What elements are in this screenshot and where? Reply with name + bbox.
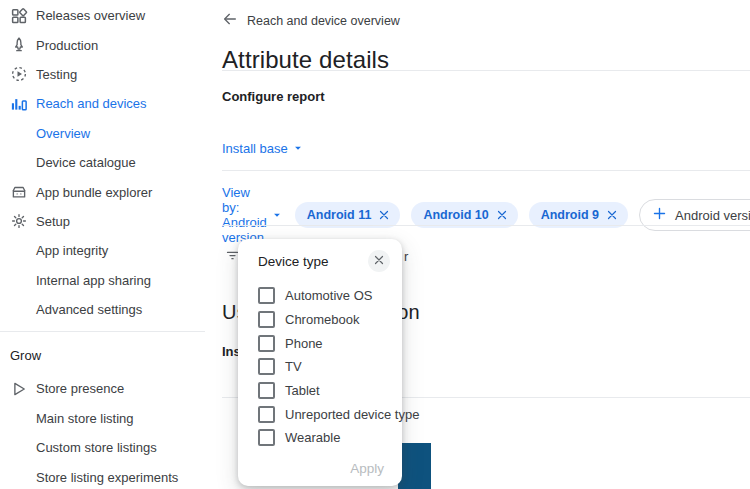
option-label: TV xyxy=(285,359,302,374)
sidebar-item-app-integrity[interactable]: App integrity xyxy=(0,236,222,265)
sidebar-icon-spacer xyxy=(10,271,28,289)
option-automotive-os[interactable]: Automotive OS xyxy=(258,284,394,308)
sidebar-icon-spacer xyxy=(10,124,28,142)
metric-dropdown-label[interactable]: Install base xyxy=(222,141,288,156)
option-label: Unreported device type xyxy=(285,407,419,422)
checkbox-icon[interactable] xyxy=(258,406,275,423)
breadcrumb[interactable]: Reach and device overview xyxy=(222,11,400,31)
sidebar-item-internal-app-sharing[interactable]: Internal app sharing xyxy=(0,266,222,295)
option-label: Automotive OS xyxy=(285,288,372,303)
apply-button[interactable]: Apply xyxy=(350,461,384,476)
divider-under-viewby xyxy=(222,225,750,226)
testing-icon xyxy=(10,65,28,83)
sidebar-item-releases-overview[interactable]: Releases overview xyxy=(0,1,222,30)
chip-remove-icon[interactable] xyxy=(496,209,508,221)
chart-bar-android-version xyxy=(398,443,431,489)
sidebar-item-label: Testing xyxy=(36,67,77,82)
sidebar-icon-spacer xyxy=(10,409,28,427)
option-label: Tablet xyxy=(285,383,320,398)
sidebar-icon-spacer xyxy=(10,242,28,260)
sidebar-icon-spacer xyxy=(10,154,28,172)
sidebar-item-label: Overview xyxy=(36,126,90,141)
sidebar-item-setup[interactable]: Setup xyxy=(0,207,222,236)
sidebar-item-main-store-listing[interactable]: Main store listing xyxy=(0,404,222,433)
checkbox-icon[interactable] xyxy=(258,429,275,446)
sidebar-divider xyxy=(0,331,205,332)
device-type-options: Automotive OSChromebookPhoneTVTabletUnre… xyxy=(238,277,402,450)
checkbox-icon[interactable] xyxy=(258,358,275,375)
close-icon xyxy=(373,252,385,270)
option-chromebook[interactable]: Chromebook xyxy=(258,308,394,332)
metric-dropdown[interactable]: Install base xyxy=(222,139,303,157)
sidebar-item-production[interactable]: Production xyxy=(0,30,222,59)
sidebar-item-overview[interactable]: Overview xyxy=(0,119,222,148)
popup-footer: Apply xyxy=(238,450,402,489)
option-unreported-device-type[interactable]: Unreported device type xyxy=(258,402,394,426)
sidebar-item-label: Production xyxy=(36,38,98,53)
option-tablet[interactable]: Tablet xyxy=(258,379,394,403)
close-button[interactable] xyxy=(368,250,390,272)
chip-label: Android 10 xyxy=(423,208,488,222)
view-by-row: View by: Android version Android 11Andro… xyxy=(222,185,738,245)
view-by-label[interactable]: View by: Android version xyxy=(222,185,267,245)
setup-icon xyxy=(10,212,28,230)
sidebar-item-reach-and-devices[interactable]: Reach and devices xyxy=(0,89,222,118)
sidebar-item-store-listing-experiments[interactable]: Store listing experiments xyxy=(0,462,222,489)
sidebar-icon-spacer xyxy=(10,301,28,319)
popup-header: Device type xyxy=(238,239,402,277)
store-presence-icon xyxy=(10,380,28,398)
checkbox-icon[interactable] xyxy=(258,335,275,352)
add-button-label: Android version xyxy=(675,208,750,223)
option-label: Chromebook xyxy=(285,312,359,327)
sidebar-item-label: Setup xyxy=(36,214,70,229)
option-tv[interactable]: TV xyxy=(258,355,394,379)
sidebar-item-label: Main store listing xyxy=(36,411,134,426)
add-android-version-button[interactable]: Android version xyxy=(639,199,750,231)
sidebar-nav: Releases overviewProductionTestingReach … xyxy=(0,0,222,489)
sidebar-item-label: Internal app sharing xyxy=(36,273,151,288)
sidebar-item-device-catalogue[interactable]: Device catalogue xyxy=(0,148,222,177)
sidebar-item-label: App integrity xyxy=(36,243,108,258)
sidebar-icon-spacer xyxy=(10,468,28,486)
back-arrow-icon[interactable] xyxy=(222,11,238,31)
checkbox-icon[interactable] xyxy=(258,287,275,304)
configure-report-heading: Configure report xyxy=(222,89,325,104)
reach-and-devices-icon xyxy=(10,95,28,113)
production-icon xyxy=(10,36,28,54)
popup-title: Device type xyxy=(258,254,329,269)
option-label: Wearable xyxy=(285,430,340,445)
option-label: Phone xyxy=(285,336,323,351)
sidebar-item-label: Device catalogue xyxy=(36,155,136,170)
chip-label: Android 11 xyxy=(307,208,372,222)
sidebar-item-label: Releases overview xyxy=(36,8,145,23)
chip-label: Android 9 xyxy=(541,208,599,222)
divider-under-title xyxy=(222,70,750,71)
sidebar-section-label: Grow xyxy=(0,342,222,368)
sidebar-item-advanced-settings[interactable]: Advanced settings xyxy=(0,295,222,324)
chip-remove-icon[interactable] xyxy=(606,209,618,221)
plus-icon xyxy=(652,206,667,225)
device-type-popup: Device type Automotive OSChromebookPhone… xyxy=(238,239,402,486)
sidebar-item-testing[interactable]: Testing xyxy=(0,60,222,89)
chevron-down-icon xyxy=(272,206,282,224)
view-by-dropdown[interactable]: View by: Android version xyxy=(222,185,282,245)
sidebar-item-label: Custom store listings xyxy=(36,440,157,455)
sidebar-item-app-bundle-explorer[interactable]: App bundle explorer xyxy=(0,177,222,206)
divider-under-metric xyxy=(222,170,750,171)
option-phone[interactable]: Phone xyxy=(258,331,394,355)
chevron-down-icon xyxy=(293,139,303,157)
breadcrumb-label[interactable]: Reach and device overview xyxy=(247,14,400,28)
sidebar-item-label: Advanced settings xyxy=(36,302,142,317)
checkbox-icon[interactable] xyxy=(258,382,275,399)
sidebar-item-store-presence[interactable]: Store presence xyxy=(0,374,222,403)
sidebar-item-label: Reach and devices xyxy=(36,96,147,111)
checkbox-icon[interactable] xyxy=(258,311,275,328)
releases-overview-icon xyxy=(10,7,28,25)
sidebar-item-custom-store-listings[interactable]: Custom store listings xyxy=(0,433,222,462)
sidebar-icon-spacer xyxy=(10,439,28,457)
chip-remove-icon[interactable] xyxy=(378,209,390,221)
partially-hidden-filter-text: r xyxy=(404,249,408,264)
option-wearable[interactable]: Wearable xyxy=(258,426,394,450)
app-bundle-explorer-icon xyxy=(10,183,28,201)
sidebar-item-label: App bundle explorer xyxy=(36,185,152,200)
